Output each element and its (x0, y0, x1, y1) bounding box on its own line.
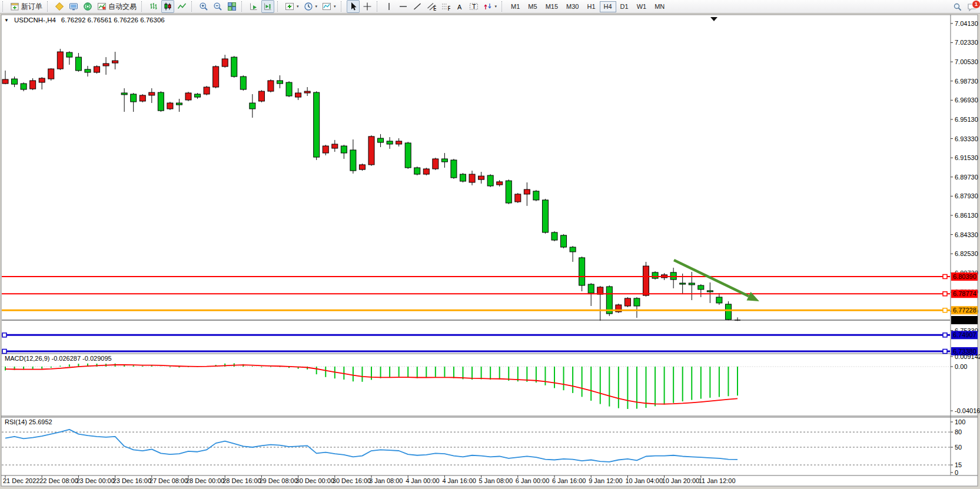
vertical-line-button[interactable] (383, 0, 396, 13)
svg-text:29 Dec 08:00: 29 Dec 08:00 (259, 477, 297, 484)
crosshair-button[interactable] (361, 0, 374, 13)
crosshair-icon (363, 2, 372, 11)
candle-body (341, 146, 347, 153)
candle-body (295, 93, 301, 97)
level-handle[interactable] (943, 333, 947, 337)
timeframe-m30-button[interactable]: M30 (562, 1, 583, 12)
svg-text:6.82530: 6.82530 (955, 250, 978, 257)
timeframe-m15-button[interactable]: M15 (542, 1, 562, 12)
autoscroll-icon (249, 2, 258, 11)
candle-body (158, 92, 164, 111)
toolbar-right-group: 1 (953, 0, 976, 14)
text-label-button[interactable]: T (467, 0, 480, 13)
candle-body (652, 272, 658, 278)
candle-body (570, 247, 576, 252)
candle-body (479, 176, 484, 179)
timeframe-w1-button[interactable]: W1 (633, 1, 651, 12)
svg-text:28 Dec 00:00: 28 Dec 00:00 (186, 477, 224, 484)
horizontal-line-button[interactable] (397, 0, 410, 13)
svg-text:27 Dec 08:00: 27 Dec 08:00 (150, 477, 188, 484)
toolbar-group-grip (2, 1, 6, 12)
candles-icon (163, 2, 172, 11)
candle-body (497, 182, 503, 185)
equidistant-channel-button[interactable]: E (425, 0, 438, 13)
candle-body (689, 283, 695, 285)
candle-body (561, 235, 567, 247)
indicators-button[interactable]: ▾ (283, 0, 301, 13)
timeframe-h4-button[interactable]: H4 (600, 1, 616, 12)
svg-text:7.00530: 7.00530 (955, 58, 978, 65)
svg-text:23 Dec 16:00: 23 Dec 16:00 (113, 477, 151, 484)
svg-text:10 Jan 20:00: 10 Jan 20:00 (662, 477, 700, 484)
candle-body (94, 66, 100, 72)
candle-body (323, 146, 328, 153)
svg-text:6.98730: 6.98730 (955, 78, 978, 85)
candle-chart-button[interactable] (161, 0, 174, 13)
svg-text:E: E (433, 5, 436, 12)
timeframe-mn-button[interactable]: MN (650, 1, 669, 12)
timeframe-d1-button[interactable]: D1 (616, 1, 633, 12)
candle-body (368, 137, 374, 165)
toolbar-group-grip (277, 1, 281, 12)
candle-body (698, 285, 704, 290)
svg-text:50: 50 (955, 444, 962, 451)
timeframe-m5-button[interactable]: M5 (524, 1, 541, 12)
candle-body (460, 174, 466, 181)
rsi-label: RSI(14) 25.6952 (5, 418, 52, 425)
candle-body (332, 144, 338, 148)
level-handle[interactable] (943, 275, 947, 279)
candle-body (588, 284, 594, 293)
level-handle[interactable] (943, 308, 947, 312)
candle-body (533, 191, 539, 200)
cursor-button[interactable] (347, 0, 360, 13)
chart-ohlc-values: 6.76292 6.76561 6.76226 6.76306 (61, 16, 165, 24)
line-chart-button[interactable] (175, 0, 188, 13)
text-button[interactable]: A (453, 0, 466, 13)
candle-body (469, 174, 475, 182)
tile-windows-button[interactable] (225, 0, 238, 13)
arrows-button[interactable]: ▾ (481, 0, 499, 13)
bar-chart-button[interactable] (147, 0, 160, 13)
arrows-icon (483, 2, 493, 11)
candle-body (131, 94, 137, 102)
svg-text:4 Jan 16:00: 4 Jan 16:00 (442, 477, 476, 484)
chart-symbol-period: USDCNH-,H4 (14, 16, 56, 24)
search-icon[interactable] (953, 2, 962, 12)
candle-body (204, 87, 210, 94)
candle-body (579, 258, 585, 285)
price-chart-canvas: 7.041307.023307.005306.987306.969306.951… (0, 14, 980, 489)
toolbar-group-grip (377, 1, 380, 12)
candle-body (634, 298, 640, 306)
level-handle[interactable] (2, 333, 6, 337)
signals-button[interactable] (81, 0, 94, 13)
timeframe-m1-button[interactable]: M1 (507, 1, 524, 12)
new-order-button[interactable]: 新订单 (8, 0, 44, 13)
notifications-icon[interactable]: 1 (967, 2, 976, 12)
candle-body (716, 297, 722, 303)
trendline-button[interactable] (411, 0, 424, 13)
level-handle[interactable] (943, 292, 947, 296)
market-watch-button[interactable] (53, 0, 66, 13)
level-handle[interactable] (943, 350, 947, 354)
new-order-icon (10, 2, 19, 11)
vertical-line-icon (384, 2, 394, 11)
auto-scroll-button[interactable] (247, 0, 260, 13)
chart-shift-button[interactable] (261, 0, 274, 13)
candle-body (405, 143, 411, 168)
chart-menu-icon[interactable]: ▼ (4, 18, 9, 23)
zoom-out-button[interactable] (211, 0, 224, 13)
fibonacci-button[interactable]: F (439, 0, 452, 13)
cursor-icon (348, 2, 358, 11)
periods-button[interactable]: ▾ (302, 0, 320, 13)
terminal-button[interactable] (67, 0, 80, 13)
templates-button[interactable]: ▾ (320, 0, 338, 13)
timeframe-h1-button[interactable]: H1 (583, 1, 599, 12)
zoom-in-button[interactable] (197, 0, 210, 13)
level-handle[interactable] (2, 350, 6, 354)
chart-info-line: ▼ USDCNH-,H4 6.76292 6.76561 6.76226 6.7… (4, 16, 165, 24)
candle-body (39, 78, 45, 82)
candle-body (624, 298, 630, 306)
autotrading-button[interactable]: 自动交易 (95, 0, 138, 13)
dropdown-caret-icon: ▾ (315, 4, 318, 9)
candle-body (185, 93, 191, 100)
